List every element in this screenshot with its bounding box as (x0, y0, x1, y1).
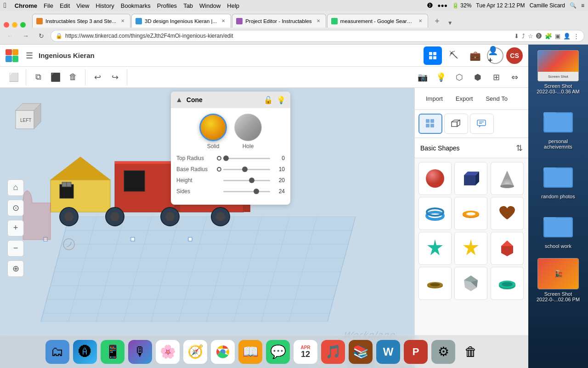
dashlane-addr-icon[interactable]: 🅓 (536, 33, 542, 40)
library-dropdown-btn[interactable]: ⇅ (516, 143, 523, 153)
home-view-btn[interactable]: ⌂ (7, 179, 24, 196)
viewport[interactable]: Workplane LEFT ⌂ (0, 88, 414, 368)
menu-window[interactable]: Window (199, 2, 220, 9)
menu-profiles[interactable]: Profiles (157, 2, 177, 9)
dock-music[interactable]: 🎵 (321, 340, 345, 364)
new-tab-btn[interactable]: + (431, 15, 444, 28)
dock-settings[interactable]: ⚙ (431, 340, 455, 364)
back-btn[interactable]: ← (4, 29, 17, 42)
shape-heart[interactable] (491, 197, 524, 230)
forward-btn[interactable]: → (19, 29, 32, 42)
shape-polyhedron[interactable] (454, 267, 487, 300)
shape-star-teal[interactable] (418, 232, 452, 265)
close-window-btn[interactable] (4, 22, 9, 28)
cone-panel-bulb-btn[interactable]: 💡 (277, 96, 286, 104)
redo-btn[interactable]: ↪ (107, 69, 123, 86)
dock-safari[interactable]: 🧭 (183, 340, 207, 364)
sides-slider[interactable] (223, 191, 270, 192)
sendto-btn[interactable]: Send To (480, 92, 513, 105)
dock-messages[interactable]: 💬 (266, 340, 290, 364)
shape-donut[interactable] (454, 197, 487, 230)
bookmark-icon[interactable]: ☆ (528, 33, 533, 40)
top-radius-dot[interactable] (217, 156, 221, 161)
height-thumb[interactable] (249, 178, 254, 183)
minimize-window-btn[interactable] (12, 22, 17, 28)
shape-fill-btn[interactable]: ⬢ (469, 69, 486, 86)
search-icon[interactable]: 🔍 (570, 2, 577, 9)
shape-ring[interactable] (418, 267, 452, 300)
base-radius-slider[interactable] (223, 169, 270, 170)
dock-word[interactable]: W (376, 340, 400, 364)
dock-finder[interactable]: 🗂 (45, 340, 69, 364)
solid-option[interactable]: Solid (199, 114, 227, 150)
user-avatar[interactable]: CS (506, 47, 523, 64)
more-icon[interactable]: ⋮ (573, 33, 579, 40)
apple-menu[interactable]:  (4, 1, 6, 10)
menu-help[interactable]: Help (227, 2, 239, 9)
cone-panel-collapse-btn[interactable]: ▲ (175, 96, 183, 104)
base-radius-thumb[interactable] (242, 167, 248, 172)
camera-btn[interactable]: 📷 (414, 69, 431, 86)
tab-close-3[interactable]: ✕ (315, 17, 322, 25)
desktop-icon-screenshot1[interactable]: Screen Shot Screen Shot2022-03-...0.36 A… (532, 48, 584, 96)
base-radius-dot[interactable] (217, 167, 221, 172)
top-radius-slider[interactable] (223, 158, 270, 159)
dock-chrome[interactable] (211, 340, 235, 364)
menu-chrome[interactable]: Chrome (15, 2, 37, 9)
menu-tab[interactable]: Tab (183, 2, 193, 9)
share-icon[interactable]: ⤴ (522, 33, 525, 40)
tab-close-2[interactable]: ✕ (220, 17, 227, 25)
dock-trash[interactable]: 🗑 (459, 340, 483, 364)
grid-view-shapes-btn[interactable] (418, 114, 442, 134)
shape-box[interactable] (454, 162, 487, 195)
shape-torus[interactable] (418, 197, 452, 230)
tab-tinkercad[interactable]: 3D design Ingenious Kieran |... ✕ (131, 14, 231, 28)
menu-view[interactable]: View (76, 2, 89, 9)
pickaxe-view-btn[interactable]: ⛏ (445, 46, 463, 65)
cone-panel-lock-btn[interactable]: 🔓 (264, 96, 273, 104)
perspective-view-shapes-btn[interactable] (444, 114, 468, 134)
menu-file[interactable]: File (44, 2, 53, 9)
add-person-btn[interactable]: 👤+ (487, 47, 503, 64)
control-center-icon[interactable]: ≡ (581, 2, 584, 9)
tab-list-btn[interactable]: ▼ (446, 18, 455, 28)
copy-btn[interactable]: ⧉ (30, 69, 46, 86)
shape-cone[interactable] (491, 162, 524, 195)
dock-siri[interactable]: 🎙 (128, 340, 152, 364)
desktop-icon-schoolwork[interactable]: school work (532, 207, 584, 251)
briefcase-view-btn[interactable]: 💼 (466, 46, 484, 65)
height-slider[interactable] (223, 180, 270, 181)
dock-calendar[interactable]: APR12 (294, 340, 317, 364)
shape-star-yellow[interactable] (454, 232, 487, 265)
shape-disc[interactable] (491, 267, 524, 300)
dock-plan[interactable]: P (404, 340, 428, 364)
menu-history[interactable]: History (96, 2, 114, 9)
mirror-2-btn[interactable]: ⇔ (506, 69, 523, 86)
sidebar-toggle-icon[interactable]: ▣ (555, 33, 560, 40)
dock-kindle[interactable]: 📖 (238, 340, 262, 364)
reload-btn[interactable]: ↻ (35, 29, 48, 42)
fit-all-btn[interactable]: ⊕ (7, 260, 24, 277)
tab-close-4[interactable]: ✕ (417, 17, 424, 25)
comment-view-shapes-btn[interactable] (470, 114, 494, 134)
tab-instructables[interactable]: Instructables Step 3 and Ste... ✕ (32, 14, 130, 28)
mirror-btn[interactable]: ⬛ (47, 69, 64, 86)
maximize-window-btn[interactable] (20, 22, 26, 28)
shape-gem[interactable] (491, 232, 524, 265)
export-btn[interactable]: Export (450, 92, 479, 105)
dock-facetime[interactable]: 📱 (101, 340, 124, 364)
menu-edit[interactable]: Edit (60, 2, 70, 9)
orbit-btn[interactable]: ⊙ (7, 200, 24, 216)
light-btn[interactable]: 💡 (433, 69, 449, 86)
grid-view-btn[interactable] (424, 46, 442, 65)
user-profile-icon[interactable]: 👤 (563, 33, 571, 40)
address-bar[interactable]: 🔒 https://www.tinkercad.com/things/eZJth… (51, 30, 584, 42)
hole-option[interactable]: Hole (234, 114, 262, 150)
zoom-in-btn[interactable]: + (7, 220, 24, 236)
align-btn[interactable]: ⊞ (488, 69, 504, 86)
top-radius-thumb[interactable] (223, 155, 229, 161)
orientation-cube[interactable]: LEFT (11, 99, 48, 136)
dock-books[interactable]: 📚 (349, 340, 373, 364)
desktop-icon-screenshot2[interactable]: 🚂 Screen Shot2022-0-...02.06 PM (532, 256, 584, 304)
hamburger-btn[interactable]: ☰ (26, 51, 33, 61)
